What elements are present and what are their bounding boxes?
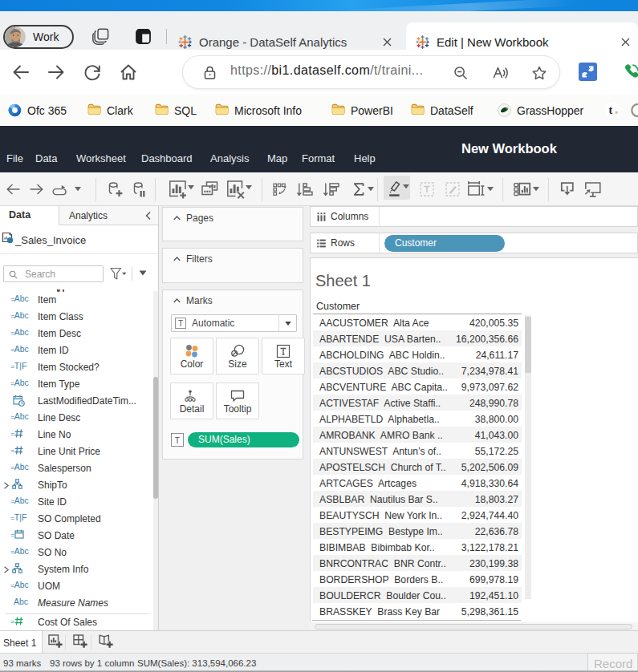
field-line-no[interactable]: =Line No [0,427,154,443]
fit-selector-icon[interactable] [467,180,485,198]
forward-icon[interactable] [47,63,66,82]
bookmark-ofc-365[interactable]: Ofc 365 [8,103,67,117]
table-row[interactable]: ACTIVESTAF Active Staffi..248,990.78 [313,395,522,411]
sort-ascending-icon[interactable] [296,180,314,198]
mark-type-caret-button[interactable] [278,315,296,331]
expand-chevron-icon[interactable] [3,566,10,573]
canvas-horizontal-scrollbar-thumb[interactable] [315,624,632,629]
table-column-header[interactable]: Customer [316,301,360,312]
collapse-chevron-icon[interactable] [173,257,181,261]
pause-updates-icon[interactable] [131,180,148,198]
field-item-type[interactable]: =AbcItem Type [0,376,154,393]
tab-close-icon[interactable] [380,35,394,49]
table-row[interactable]: BESTYPEIMG Bestype Im..22,636.78 [313,523,522,539]
highlight-caret-icon[interactable] [403,184,409,189]
table-row[interactable]: AACUSTOMER Alta Ace420,005.35 [313,314,522,330]
highlight-pen-icon[interactable] [387,178,403,197]
url-text[interactable]: https://bi1.dataself.com/t/traini... [230,63,423,78]
new-worksheet-tab-icon[interactable] [48,634,63,649]
field-so-no[interactable]: =AbcSO No [0,544,154,561]
edit-annotation-icon[interactable] [444,180,461,198]
duplicate-sheet-icon[interactable] [200,180,219,197]
collapse-chevron-icon[interactable] [173,298,181,303]
menu-analysis[interactable]: Analysis [210,152,249,164]
show-me-caret-icon[interactable] [533,187,539,192]
tab-close-icon[interactable] [619,35,632,49]
back-icon[interactable] [11,63,30,82]
menu-dashboard[interactable]: Dashboard [141,152,193,164]
new-worksheet-icon[interactable] [168,179,187,200]
swap-axes-icon[interactable] [273,180,291,198]
size-button[interactable]: Size [216,338,259,374]
lock-icon[interactable] [202,65,217,80]
replay-icon[interactable] [51,180,69,198]
new-dashboard-tab-icon[interactable] [73,634,87,649]
table-row[interactable]: BOULDERCR Boulder Cou..192,451.10 [313,587,522,603]
tab-analytics[interactable]: Analytics [59,206,132,225]
filters-card[interactable]: Filters [162,248,303,283]
table-row[interactable]: BRASSKEY Brass Key Bar5,298,361.15 [313,603,522,619]
text-button[interactable]: Text [262,338,305,374]
field-filter-icon[interactable] [110,267,127,281]
workspaces-icon[interactable] [92,28,109,45]
pages-card[interactable]: Pages [162,207,303,241]
bookmark-clark[interactable]: Clark [87,103,133,117]
field-so-date[interactable]: =SO Date [0,528,154,544]
table-row[interactable]: ANTUNSWEST Antun’s of..55,172.25 [313,443,522,459]
field-line-unit-price[interactable]: =Line Unit Price [0,443,154,460]
table-vertical-scrollbar[interactable] [525,315,531,599]
bookmark-sql[interactable]: SQL [155,103,197,117]
menu-worksheet[interactable]: Worksheet [76,152,126,164]
bookmark-t-[interactable]: t [605,103,621,118]
table-row[interactable]: BNRCONTRAC BNR Contr..230,199.38 [313,555,522,571]
replay-caret-icon[interactable] [75,187,81,192]
field-item-stocked-[interactable]: =T|FItem Stocked? [0,359,154,376]
tooltip-button[interactable]: Tooltip [216,383,259,419]
menu-format[interactable]: Format [302,152,335,164]
data-pane-scrollbar[interactable] [153,291,158,630]
field-list-options-caret-icon[interactable] [139,270,147,276]
totals-sigma-icon[interactable] [350,180,368,198]
table-row[interactable]: ASBLBAR Nautilus Bar S..18,803.27 [313,491,522,507]
extension-phone-icon[interactable] [622,63,638,81]
collapse-pane-icon[interactable] [144,211,153,221]
data-pane-scrollbar-thumb[interactable] [153,377,158,499]
table-row[interactable]: ABCHOLDING ABC Holdin..24,611.17 [313,346,522,362]
menu-help[interactable]: Help [354,152,376,164]
field-system-info[interactable]: System Info [0,561,154,578]
color-button[interactable]: Color [170,338,213,374]
datasource-row[interactable]: _Sales_Invoice [0,226,158,254]
field-item-class[interactable]: =AbcItem Class [0,309,154,326]
table-row[interactable]: ALPHABETLD Alphabetla..38,800.00 [313,411,522,427]
present-icon[interactable] [584,181,602,199]
customer-pill[interactable]: Customer [384,235,505,252]
collapse-chevron-icon[interactable] [173,216,181,221]
table-row[interactable]: APOSTELSCH Church of T..5,202,506.09 [313,459,522,475]
home-icon[interactable] [119,63,138,82]
favorite-star-icon[interactable] [531,65,547,81]
field-item-desc[interactable]: =AbcItem Desc [0,326,154,342]
search-box[interactable]: Search [3,265,104,282]
fit-caret-icon[interactable] [487,187,494,192]
table-row[interactable]: BORDERSHOP Borders B..699,978.19 [313,571,522,587]
table-row[interactable]: ABCSTUDIOS ABC Studio..7,234,978.41 [313,362,522,379]
detail-button[interactable]: Detail [170,383,213,419]
new-story-tab-icon[interactable] [99,634,113,649]
expand-chevron-icon[interactable] [3,482,10,489]
menu-data[interactable]: Data [35,152,57,164]
bookmark-microsoft-info[interactable]: Microsoft Info [215,103,302,117]
tab-data[interactable]: Data [0,206,59,225]
field-item-id[interactable]: =AbcItem ID [0,342,154,359]
new-datasource-icon[interactable] [107,180,124,198]
tab-actions-icon[interactable] [136,29,151,44]
field-site-id[interactable]: =AbcSite ID [0,494,154,511]
table-row[interactable]: ABCVENTURE ABC Capita..9,973,097.62 [313,379,522,395]
bookmark-powerbi[interactable]: PowerBI [331,103,393,117]
menu-file[interactable]: File [6,152,23,164]
browser-profile-button[interactable]: Work [3,25,74,49]
extension-fullscreen-icon[interactable] [579,63,597,81]
zoom-out-icon[interactable] [453,65,469,81]
totals-caret-icon[interactable] [368,187,374,192]
field-lastmodifieddatetim-[interactable]: LastModifiedDateTim... [0,393,154,410]
bookmark-grasshopper[interactable]: GrassHopper [498,103,583,117]
